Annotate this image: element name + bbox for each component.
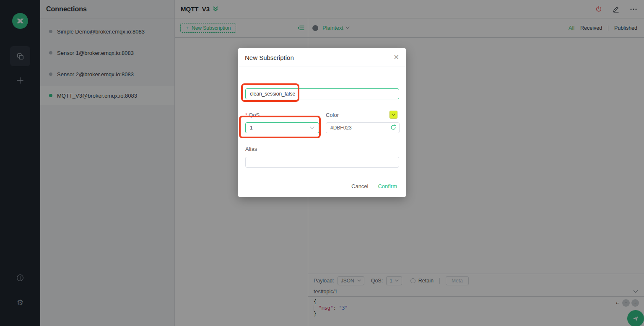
dialog-header: New Subscription ✕	[238, 48, 406, 67]
refresh-icon	[390, 124, 396, 130]
color-label: Color	[326, 112, 339, 118]
dialog-title: New Subscription	[245, 54, 294, 61]
alias-input[interactable]	[245, 157, 399, 168]
qos-label-text: QoS	[249, 112, 260, 118]
dialog-actions: Cancel Confirm	[351, 183, 397, 189]
cancel-button[interactable]: Cancel	[351, 183, 368, 189]
alias-label: Alias	[245, 146, 257, 152]
chevron-down-icon	[310, 127, 314, 129]
new-subscription-dialog: New Subscription ✕ *Topic *QoS 1 Color A…	[238, 48, 406, 197]
refresh-color-button[interactable]	[390, 124, 396, 130]
topic-input[interactable]	[245, 88, 399, 99]
qos-select[interactable]: 1	[245, 122, 319, 133]
qos-label: *QoS	[245, 112, 260, 118]
confirm-button[interactable]: Confirm	[378, 183, 397, 189]
required-mark: *	[245, 112, 247, 118]
color-swatch[interactable]	[390, 111, 397, 119]
color-input[interactable]	[326, 122, 400, 133]
close-icon[interactable]: ✕	[394, 54, 399, 61]
qos-selected-value: 1	[250, 125, 253, 131]
chevron-down-icon	[392, 114, 395, 116]
